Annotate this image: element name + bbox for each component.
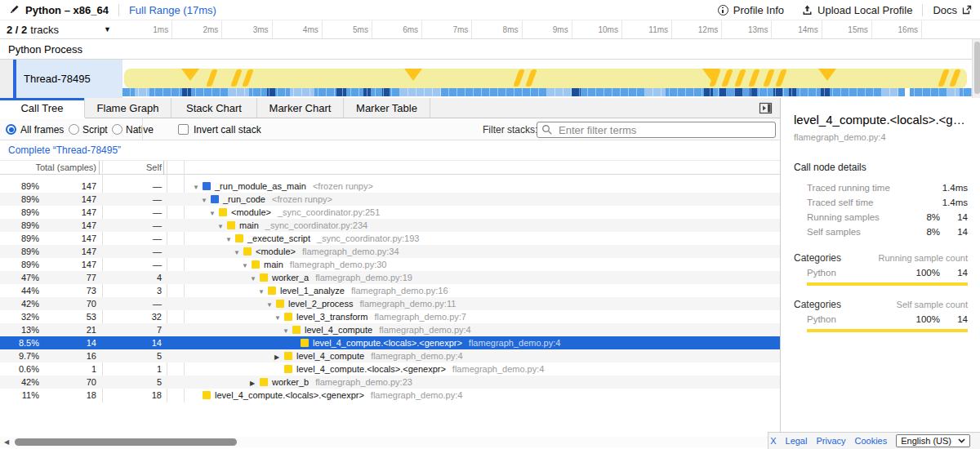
function-name: level_4_compute.<locals>.<genexpr>	[296, 364, 446, 374]
total-percent: 89%	[0, 193, 39, 206]
sidebar-toggle-button[interactable]	[758, 102, 773, 114]
table-row[interactable]: 42% 70 — ▼level_2_processflamegraph_demo…	[0, 297, 780, 310]
marker-slash	[242, 69, 254, 87]
total-samples: 70	[42, 376, 96, 389]
table-row[interactable]: 89% 147 — ▼mainflamegraph_demo.py:30	[0, 258, 780, 271]
full-range-link[interactable]: Full Range (17ms)	[129, 4, 216, 16]
horizontal-scrollbar[interactable]: ◀	[0, 437, 768, 447]
filter-stacks-label: Filter stacks:	[483, 118, 537, 140]
table-row[interactable]: 89% 147 — ▼_run_module_as_main<frozen ru…	[0, 180, 780, 193]
table-row[interactable]: 42% 70 5 ▶worker_bflamegraph_demo.py:23	[0, 376, 780, 389]
tracks-vertical-scrollbar[interactable]	[972, 39, 980, 98]
upload-icon	[802, 5, 813, 16]
timeline-ruler[interactable]: 1ms 2ms 3ms 4ms 5ms 6ms 7ms 8ms 9ms 10ms…	[122, 20, 972, 38]
table-row[interactable]: 89% 147 — ▼_execute_script_sync_coordina…	[0, 232, 780, 245]
source-location: flamegraph_demo.py:4	[371, 390, 463, 400]
total-samples: 1	[42, 362, 96, 376]
total-samples: 147	[42, 180, 96, 193]
marker-slash	[949, 69, 961, 87]
total-percent: 0.6%	[0, 362, 39, 376]
table-row[interactable]: 44% 73 3 ▼level_1_analyzeflamegraph_demo…	[0, 284, 780, 297]
column-total[interactable]: Total (samples)	[0, 161, 96, 174]
table-row[interactable]: 32% 53 32 ▼level_3_transformflamegraph_d…	[0, 310, 780, 323]
self-samples: —	[105, 193, 162, 206]
marker-triangle	[404, 69, 422, 81]
category-square-icon	[235, 234, 243, 242]
total-percent: 89%	[0, 258, 39, 271]
marker-slash	[525, 69, 537, 87]
selected-node-file: flamegraph_demo.py:4	[794, 132, 968, 142]
table-row[interactable]: 89% 147 — ▼main_sync_coordinator.py:234	[0, 219, 780, 232]
scroll-left-arrow[interactable]: ◀	[2, 438, 11, 447]
table-row[interactable]: 13% 21 7 ▼level_4_computeflamegraph_demo…	[0, 323, 780, 336]
x-link[interactable]: X	[770, 436, 776, 446]
category-square-icon	[268, 287, 276, 295]
total-samples: 16	[42, 349, 96, 362]
marker-slash	[721, 69, 733, 87]
selected-node-title: level_4_compute.<locals>.<genexpr>	[794, 113, 968, 127]
detail-row: Traced self time1.4ms	[794, 195, 968, 210]
scrollbar-thumb[interactable]	[974, 42, 980, 94]
total-samples: 70	[42, 297, 96, 310]
ruler-tick: 3ms	[222, 20, 272, 38]
total-samples: 53	[42, 310, 96, 323]
upload-profile-button[interactable]: Upload Local Profile	[802, 4, 912, 16]
marker-triangle	[181, 69, 199, 81]
profile-title: Python – x86_64	[25, 4, 109, 16]
tab-flame-graph[interactable]: Flame Graph	[85, 98, 172, 118]
function-name: worker_a	[272, 273, 309, 282]
upload-label: Upload Local Profile	[817, 4, 912, 16]
detail-row: Self samples8%14	[794, 224, 968, 239]
privacy-link[interactable]: Privacy	[816, 436, 845, 446]
column-divider	[163, 161, 164, 175]
tab-marker-table[interactable]: Marker Table	[344, 98, 430, 118]
tab-call-tree[interactable]: Call Tree	[0, 98, 85, 118]
divider	[118, 4, 119, 16]
total-percent: 89%	[0, 219, 39, 232]
table-row[interactable]: 89% 147 — ▼<module>_sync_coordinator.py:…	[0, 206, 780, 219]
scrollbar-thumb[interactable]	[15, 438, 237, 446]
top-bar: Python – x86_64 Full Range (17ms) Profil…	[0, 0, 980, 20]
script-label: Script	[82, 118, 108, 140]
track-python-process[interactable]: Python Process	[0, 39, 980, 60]
call-tree-header: Total (samples) Self	[0, 161, 780, 175]
native-label: Native	[126, 118, 154, 140]
profile-info-button[interactable]: Profile Info	[718, 4, 784, 16]
thread-track-label[interactable]: Thread-78495	[16, 60, 122, 98]
invert-call-stack-checkbox[interactable]	[178, 124, 189, 135]
ruler-tick: 13ms	[722, 20, 772, 38]
tab-stack-chart[interactable]: Stack Chart	[172, 98, 257, 118]
docs-link[interactable]: Docs	[933, 4, 972, 16]
legal-link[interactable]: Legal	[786, 436, 808, 446]
table-row[interactable]: 9.7% 16 5 ▶level_4_computeflamegraph_dem…	[0, 349, 780, 362]
language-select[interactable]: English (US)	[896, 434, 970, 447]
table-row[interactable]: 11% 18 18 level_4_compute.<locals>.<gene…	[0, 389, 780, 402]
marker-slash	[775, 69, 787, 87]
radio-all-frames[interactable]	[6, 124, 16, 135]
table-row[interactable]: 89% 147 — ▼_run_code<frozen runpy>	[0, 193, 780, 206]
table-row[interactable]: 89% 147 — ▼<module>flamegraph_demo.py:34	[0, 245, 780, 258]
radio-script[interactable]	[69, 124, 79, 135]
range-breadcrumb: Complete “Thread-78495”	[0, 140, 780, 161]
tab-marker-chart[interactable]: Marker Chart	[257, 98, 344, 118]
table-row-selected[interactable]: 8.5% 14 14 level_4_compute.<locals>.<gen…	[0, 336, 780, 349]
chevron-down-icon: ▼	[104, 25, 111, 33]
tracks-dropdown-button[interactable]: 2 / 2 tracks ▼	[0, 20, 122, 38]
total-percent: 47%	[0, 271, 39, 284]
category-bar-python	[807, 329, 968, 332]
cookies-link[interactable]: Cookies	[855, 436, 888, 446]
search-icon	[541, 124, 553, 136]
filter-stacks-input[interactable]	[537, 122, 776, 138]
radio-native[interactable]	[112, 124, 122, 135]
info-icon	[718, 5, 728, 16]
category-square-icon	[203, 391, 211, 399]
thread-activity-canvas[interactable]	[122, 60, 972, 98]
table-row[interactable]: 47% 77 4 ▼worker_aflamegraph_demo.py:19	[0, 271, 780, 284]
edit-pencil-icon[interactable]	[8, 4, 20, 16]
category-square-icon	[227, 221, 235, 229]
table-row[interactable]: 0.6% 1 1 level_4_compute.<locals>.<genex…	[0, 362, 780, 376]
source-location: flamegraph_demo.py:4	[371, 351, 463, 361]
column-self[interactable]: Self	[105, 161, 162, 174]
complete-range-link[interactable]: Complete “Thread-78495”	[8, 144, 121, 156]
column-divider	[99, 161, 100, 175]
